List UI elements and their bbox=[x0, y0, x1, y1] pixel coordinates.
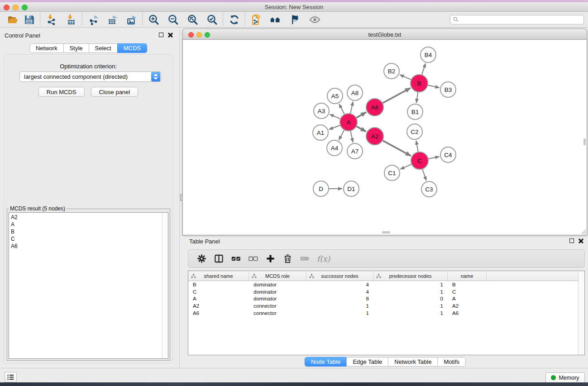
table-cell[interactable]: A2 bbox=[448, 303, 487, 309]
delete-table-button[interactable] bbox=[296, 251, 313, 267]
table-cell[interactable]: connector bbox=[249, 310, 306, 316]
task-history-button[interactable] bbox=[5, 372, 17, 382]
criterion-dropdown[interactable]: largest connected component (directed) bbox=[19, 71, 161, 82]
table-settings-button[interactable] bbox=[193, 251, 210, 267]
show-hide-details-button[interactable] bbox=[307, 13, 322, 26]
refresh-view-button[interactable] bbox=[226, 13, 242, 26]
close-window-button[interactable] bbox=[4, 5, 10, 10]
save-session-button[interactable] bbox=[21, 13, 37, 26]
dropdown-stepper-icon[interactable] bbox=[151, 72, 160, 81]
table-cell[interactable]: 1 bbox=[373, 289, 448, 295]
graph-node-A7[interactable]: A7 bbox=[347, 143, 363, 159]
select-all-button[interactable] bbox=[227, 251, 244, 267]
delete-row-button[interactable] bbox=[279, 251, 296, 267]
graph-node-B4[interactable]: B4 bbox=[421, 47, 436, 62]
result-scrollbar[interactable] bbox=[162, 213, 168, 358]
graph-node-A1[interactable]: A1 bbox=[313, 125, 328, 140]
graph-edge-B-B3[interactable] bbox=[428, 85, 440, 87]
table-cell[interactable]: A bbox=[188, 296, 249, 301]
table-cell[interactable]: 1 bbox=[373, 303, 448, 309]
graph-edge-A-A3[interactable] bbox=[330, 114, 340, 119]
add-row-button[interactable] bbox=[262, 251, 279, 267]
table-cell[interactable]: 4 bbox=[306, 289, 373, 295]
mcds-result-item[interactable]: C bbox=[11, 235, 168, 243]
resize-grip-icon[interactable] bbox=[580, 228, 586, 234]
graph-node-B2[interactable]: B2 bbox=[384, 63, 399, 79]
network-minimize-button[interactable] bbox=[196, 32, 202, 38]
tab-motifs[interactable]: Motifs bbox=[437, 357, 466, 367]
graph-edge-A-A4[interactable] bbox=[339, 130, 344, 140]
table-cell[interactable]: A2 bbox=[188, 303, 249, 309]
graph-edge-C-C4[interactable] bbox=[429, 157, 440, 159]
run-mcds-button[interactable]: Run MCDS bbox=[38, 87, 85, 97]
table-cell[interactable]: 1 bbox=[306, 310, 373, 316]
table-row[interactable]: A6connector11A6 bbox=[188, 310, 584, 317]
tab-node-table[interactable]: Node Table bbox=[305, 357, 347, 367]
table-row[interactable]: Adominator80A bbox=[188, 295, 584, 302]
table-row[interactable]: A2connector11A2 bbox=[188, 302, 584, 310]
table-cell[interactable]: A6 bbox=[188, 310, 249, 316]
graph-edge-A-A1[interactable] bbox=[329, 125, 340, 129]
column-header-shared-name[interactable]: shared name bbox=[188, 271, 249, 281]
graph-edge-A-A5[interactable] bbox=[339, 104, 344, 114]
memory-button[interactable]: Memory bbox=[545, 372, 585, 383]
tab-mcds[interactable]: MCDS bbox=[117, 43, 147, 53]
graph-edge-B-B4[interactable] bbox=[422, 63, 425, 75]
column-header-successor-nodes[interactable]: successor nodes bbox=[306, 271, 373, 281]
graph-node-A6[interactable]: A6 bbox=[366, 99, 383, 116]
graph-node-B3[interactable]: B3 bbox=[440, 82, 456, 97]
mcds-result-item[interactable]: A2 bbox=[11, 214, 168, 221]
table-cell[interactable]: A bbox=[448, 296, 487, 301]
column-header-MCDS-role[interactable]: MCDS role bbox=[249, 271, 306, 281]
table-cell[interactable]: A6 bbox=[448, 310, 487, 316]
table-cell[interactable]: 1 bbox=[373, 310, 448, 316]
tab-select[interactable]: Select bbox=[89, 43, 118, 53]
network-zoom-button[interactable] bbox=[205, 32, 210, 38]
graph-edge-A2-C[interactable] bbox=[383, 141, 411, 156]
graph-node-A3[interactable]: A3 bbox=[314, 103, 329, 119]
tab-style[interactable]: Style bbox=[63, 43, 89, 53]
table-cell[interactable]: C bbox=[448, 289, 487, 295]
table-cell[interactable]: B bbox=[448, 282, 487, 287]
open-session-button[interactable] bbox=[5, 13, 20, 26]
graph-node-C3[interactable]: C3 bbox=[421, 181, 437, 197]
new-network-from-document-button[interactable] bbox=[249, 13, 264, 26]
table-cell[interactable]: dominator bbox=[249, 282, 306, 287]
graph-edge-B-B1[interactable] bbox=[416, 92, 418, 103]
canvas-vscroll-thumb[interactable] bbox=[583, 138, 586, 145]
float-table-panel-icon[interactable] bbox=[569, 238, 574, 243]
table-scrollbar[interactable] bbox=[578, 271, 584, 355]
zoom-fit-button[interactable] bbox=[185, 13, 200, 26]
table-row[interactable]: Cdominator41C bbox=[188, 288, 584, 295]
table-cell[interactable]: dominator bbox=[249, 296, 306, 301]
graph-edge-B-B2[interactable] bbox=[400, 75, 411, 80]
network-canvas[interactable]: AA1A2A3A4A5A6A7A8BB1B2B3B4CC1C2C3C4DD1 bbox=[182, 40, 587, 235]
close-panel-button[interactable]: Close panel bbox=[91, 87, 139, 97]
close-table-panel-icon[interactable] bbox=[578, 238, 583, 243]
graph-node-B[interactable]: B bbox=[411, 75, 428, 92]
graph-node-D[interactable]: D bbox=[313, 181, 329, 196]
mcds-result-item[interactable]: A6 bbox=[11, 243, 168, 250]
column-header-name[interactable]: name bbox=[448, 271, 487, 281]
graph-node-C2[interactable]: C2 bbox=[407, 124, 422, 139]
export-image-button[interactable] bbox=[124, 13, 139, 26]
canvas-hscroll-thumb[interactable] bbox=[382, 231, 390, 234]
home-button[interactable] bbox=[267, 13, 282, 26]
function-builder-button[interactable]: f(x) bbox=[317, 254, 330, 263]
graph-node-C4[interactable]: C4 bbox=[440, 147, 456, 162]
column-header-predecessor-nodes[interactable]: predecessor nodes bbox=[373, 271, 448, 281]
table-cell[interactable]: B bbox=[188, 282, 249, 287]
graph-node-D1[interactable]: D1 bbox=[344, 181, 359, 196]
zoom-selected-button[interactable] bbox=[204, 13, 220, 26]
graph-node-B1[interactable]: B1 bbox=[407, 104, 423, 119]
graph-edge-A-A7[interactable] bbox=[350, 131, 353, 143]
zoom-out-button[interactable] bbox=[165, 13, 181, 26]
tab-edge-table[interactable]: Edge Table bbox=[346, 357, 388, 367]
graph-edge-A6-B[interactable] bbox=[383, 88, 411, 103]
export-network-button[interactable] bbox=[86, 13, 101, 26]
graph-edge-A-A8[interactable] bbox=[350, 102, 353, 114]
table-row[interactable]: Bdominator41B bbox=[188, 281, 584, 288]
zoom-window-button[interactable] bbox=[22, 5, 28, 10]
style-flag-button[interactable] bbox=[287, 13, 302, 26]
float-panel-icon[interactable] bbox=[159, 33, 163, 37]
